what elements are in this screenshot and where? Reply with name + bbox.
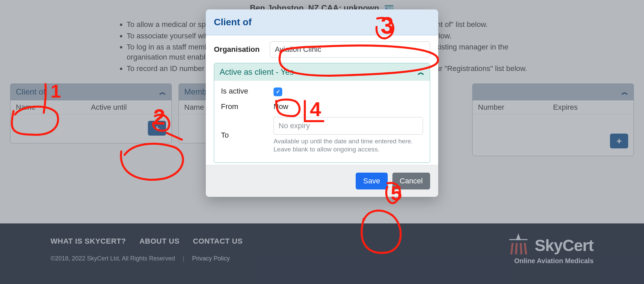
- modal-title: Client of: [206, 9, 438, 35]
- active-section: Active as client - Yes ︽ Is active ✓ Fro…: [214, 63, 430, 163]
- section-title: Active as client - Yes: [220, 67, 294, 77]
- chevron-double-up-icon[interactable]: ︽: [418, 68, 424, 77]
- chevron-down-icon: ⌄: [421, 46, 425, 53]
- to-label: To: [221, 131, 268, 140]
- to-help-text: Available up until the date and time ent…: [273, 137, 423, 154]
- modal-footer: Save Cancel: [206, 165, 438, 197]
- cancel-button[interactable]: Cancel: [392, 173, 430, 189]
- active-section-head[interactable]: Active as client - Yes ︽: [214, 63, 430, 81]
- is-active-checkbox[interactable]: ✓: [273, 87, 282, 96]
- to-input[interactable]: [273, 117, 423, 135]
- is-active-label: Is active: [221, 87, 268, 96]
- organisation-value: Aviation Clinic: [275, 45, 321, 54]
- organisation-select[interactable]: Aviation Clinic ⌄: [270, 41, 430, 58]
- from-value: Now: [273, 102, 423, 111]
- from-label: From: [221, 102, 268, 111]
- client-of-modal: Client of Organisation Aviation Clinic ⌄…: [206, 9, 438, 197]
- organisation-label: Organisation: [214, 45, 264, 54]
- save-button[interactable]: Save: [356, 173, 387, 189]
